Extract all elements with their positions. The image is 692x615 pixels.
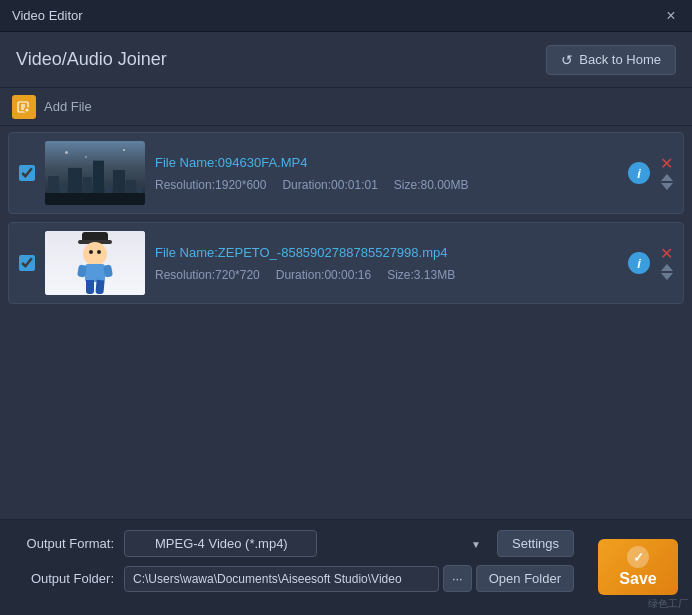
file-2-resolution: Resolution:720*720 [155,268,260,282]
save-check-icon: ✓ [627,546,649,568]
add-file-icon [12,95,36,119]
file-1-info: File Name:094630FA.MP4 Resolution:1920*6… [155,155,618,192]
file-2-duration: Duration:00:00:16 [276,268,371,282]
file-1-move-up-button[interactable] [661,174,673,181]
back-button-label: Back to Home [579,52,661,67]
settings-button[interactable]: Settings [497,530,574,557]
format-select-container: MPEG-4 Video (*.mp4) ▼ [124,530,489,557]
bottom-bar: Output Format: MPEG-4 Video (*.mp4) ▼ Se… [0,519,692,615]
folder-path-container: C:\Users\wawa\Documents\Aiseesoft Studio… [124,565,574,592]
file-1-checkbox[interactable] [19,165,35,181]
dropdown-arrow-icon: ▼ [471,538,481,549]
file-2-info: File Name:ZEPETO_-8585902788785527998.mp… [155,245,618,282]
watermark: 绿色工厂 [648,597,688,611]
output-format-row: Output Format: MPEG-4 Video (*.mp4) ▼ Se… [14,530,678,557]
save-button[interactable]: ✓ Save [598,539,678,595]
header: Video/Audio Joiner ↺ Back to Home [0,32,692,88]
file-2-checkbox[interactable] [19,255,35,271]
file-2-size: Size:3.13MB [387,268,455,282]
output-format-label: Output Format: [14,536,114,551]
list-item: File Name:ZEPETO_-8585902788785527998.mp… [8,222,684,304]
title-bar: Video Editor × [0,0,692,32]
toolbar: Add File [0,88,692,126]
file-2-info-button[interactable]: i [628,252,650,274]
page-title: Video/Audio Joiner [16,49,167,70]
file-1-info-button[interactable]: i [628,162,650,184]
back-to-home-button[interactable]: ↺ Back to Home [546,45,676,75]
file-1-remove-button[interactable]: ✕ [660,156,673,172]
file-1-thumbnail [45,141,145,205]
file-1-controls: ✕ [660,156,673,190]
file-1-move-down-button[interactable] [661,183,673,190]
file-2-thumbnail [45,231,145,295]
add-file-label: Add File [44,99,92,114]
format-select-wrapper: MPEG-4 Video (*.mp4) ▼ Settings [124,530,574,557]
output-folder-row: Output Folder: C:\Users\wawa\Documents\A… [14,565,678,592]
refresh-icon: ↺ [561,52,573,68]
file-2-controls: ✕ [660,246,673,280]
browse-folder-button[interactable]: ··· [443,565,472,592]
add-file-button[interactable]: Add File [44,99,92,114]
list-item: File Name:094630FA.MP4 Resolution:1920*6… [8,132,684,214]
file-1-size: Size:80.00MB [394,178,469,192]
file-1-duration: Duration:00:01:01 [282,178,377,192]
app-title: Video Editor [12,8,83,23]
output-folder-label: Output Folder: [14,571,114,586]
folder-path-display: C:\Users\wawa\Documents\Aiseesoft Studio… [124,566,439,592]
file-2-move-up-button[interactable] [661,264,673,271]
file-1-name: File Name:094630FA.MP4 [155,155,618,170]
open-folder-button[interactable]: Open Folder [476,565,574,592]
file-2-name: File Name:ZEPETO_-8585902788785527998.mp… [155,245,618,260]
file-2-meta: Resolution:720*720 Duration:00:00:16 Siz… [155,268,618,282]
file-2-move-down-button[interactable] [661,273,673,280]
file-1-resolution: Resolution:1920*600 [155,178,266,192]
close-button[interactable]: × [662,7,680,25]
file-1-meta: Resolution:1920*600 Duration:00:01:01 Si… [155,178,618,192]
file-2-remove-button[interactable]: ✕ [660,246,673,262]
save-label: Save [619,570,656,588]
file-list-area: File Name:094630FA.MP4 Resolution:1920*6… [0,126,692,519]
output-format-select[interactable]: MPEG-4 Video (*.mp4) [124,530,317,557]
